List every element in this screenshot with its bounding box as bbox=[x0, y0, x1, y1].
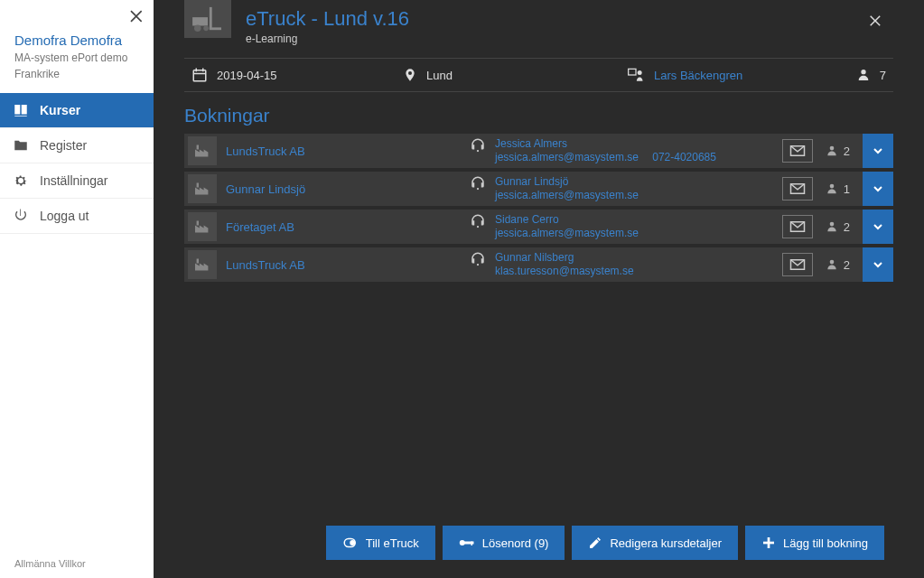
password-button[interactable]: Lösenord (9) bbox=[443, 526, 565, 560]
participant-count: 2 bbox=[826, 258, 850, 272]
send-mail-button[interactable] bbox=[782, 177, 813, 200]
count-value: 2 bbox=[844, 144, 850, 158]
close-sidebar-button[interactable] bbox=[128, 7, 146, 28]
contact-email[interactable]: jessica.almers@masystem.se bbox=[495, 151, 639, 163]
factory-icon bbox=[193, 219, 211, 234]
forklift-icon bbox=[191, 5, 225, 33]
bookings-list: LundsTruck AB Jessica Almers jessica.alm… bbox=[184, 134, 893, 282]
svg-point-4 bbox=[203, 26, 209, 32]
person-icon bbox=[826, 220, 838, 233]
booking-row: Företaget AB Sidane Cerro jessica.almers… bbox=[184, 210, 893, 244]
expand-row-button[interactable] bbox=[863, 210, 893, 244]
chevron-down-icon bbox=[871, 257, 885, 272]
instructor-name[interactable]: Lars Bäckengren bbox=[654, 69, 742, 82]
expand-row-button[interactable] bbox=[863, 247, 893, 282]
send-mail-button[interactable] bbox=[782, 139, 813, 163]
svg-point-17 bbox=[829, 184, 834, 189]
button-label: Redigera kursdetaljer bbox=[610, 536, 722, 550]
mail-icon bbox=[789, 182, 806, 195]
contact-name[interactable]: Jessica Almers bbox=[495, 137, 716, 151]
company-icon-box bbox=[188, 174, 217, 203]
mail-icon bbox=[789, 220, 806, 233]
company-icon-box bbox=[188, 250, 217, 279]
pencil-icon bbox=[588, 536, 602, 550]
close-icon bbox=[128, 7, 146, 25]
contact-email[interactable]: klas.turesson@masystem.se bbox=[495, 265, 634, 277]
svg-rect-1 bbox=[210, 7, 212, 29]
location-icon bbox=[403, 67, 417, 83]
headset-icon bbox=[470, 251, 486, 267]
factory-icon bbox=[193, 182, 211, 196]
edit-course-button[interactable]: Redigera kursdetaljer bbox=[572, 526, 738, 560]
svg-rect-30 bbox=[763, 542, 774, 545]
course-info-bar: 2019-04-15 Lund Lars Bäckengren 7 bbox=[184, 58, 893, 92]
mail-icon bbox=[789, 258, 806, 271]
chevron-down-icon bbox=[871, 219, 885, 234]
count-value: 7 bbox=[880, 69, 886, 82]
person-icon bbox=[856, 68, 871, 82]
mail-icon bbox=[789, 144, 806, 157]
company-name[interactable]: Gunnar Lindsjö bbox=[226, 182, 305, 196]
factory-icon bbox=[193, 257, 211, 272]
info-participant-count: 7 bbox=[856, 68, 890, 82]
contact-email[interactable]: jessica.almers@masystem.se bbox=[495, 189, 639, 201]
contact-name[interactable]: Sidane Cerro bbox=[495, 213, 649, 227]
info-instructor: Lars Bäckengren bbox=[627, 67, 849, 83]
company-name[interactable]: LundsTruck AB bbox=[226, 258, 305, 272]
contact-block: Jessica Almers jessica.almers@masystem.s… bbox=[470, 137, 782, 164]
contact-name[interactable]: Gunnar Lindsjö bbox=[495, 175, 649, 189]
nav-item-settings[interactable]: Inställningar bbox=[0, 163, 154, 199]
contact-phone: 072-4020685 bbox=[652, 151, 716, 163]
contact-block: Sidane Cerro jessica.almers@masystem.se bbox=[470, 213, 782, 240]
send-mail-button[interactable] bbox=[782, 215, 813, 238]
course-title-block: eTruck - Lund v.16 e-Learning bbox=[246, 0, 409, 45]
info-date: 2019-04-15 bbox=[188, 67, 396, 83]
count-value: 2 bbox=[844, 258, 850, 272]
nav-label: Kurser bbox=[40, 103, 80, 117]
nav-label: Register bbox=[40, 138, 87, 153]
course-logo bbox=[184, 0, 231, 38]
sidebar: Demofra Demofra MA-system ePort demo Fra… bbox=[0, 0, 154, 578]
chevron-down-icon bbox=[871, 144, 885, 158]
expand-row-button[interactable] bbox=[863, 134, 893, 168]
contact-name[interactable]: Gunnar Nilsberg bbox=[495, 251, 645, 265]
section-title-bookings: Bokningar bbox=[184, 105, 893, 126]
count-value: 1 bbox=[844, 182, 850, 196]
company-name[interactable]: LundsTruck AB bbox=[226, 144, 305, 158]
participant-count: 1 bbox=[826, 182, 850, 196]
nav-item-kurser[interactable]: Kurser bbox=[0, 93, 154, 128]
key-icon bbox=[459, 537, 475, 548]
sidebar-user-name: Demofra Demofra bbox=[14, 33, 139, 48]
contact-block: Gunnar Lindsjö jessica.almers@masystem.s… bbox=[470, 175, 782, 202]
nav-item-register[interactable]: Register bbox=[0, 128, 154, 163]
svg-rect-5 bbox=[193, 70, 206, 81]
svg-point-20 bbox=[829, 222, 834, 227]
booking-row: LundsTruck AB Gunnar Nilsberg klas.tures… bbox=[184, 247, 893, 282]
send-mail-button[interactable] bbox=[782, 253, 813, 276]
contact-email[interactable]: jessica.almers@masystem.se bbox=[495, 227, 639, 239]
calendar-icon bbox=[191, 67, 208, 83]
sidebar-org: MA-system ePort demo bbox=[14, 51, 139, 64]
to-etruck-button[interactable]: Till eTruck bbox=[326, 526, 435, 560]
svg-rect-28 bbox=[471, 542, 472, 546]
chevron-down-icon bbox=[871, 182, 885, 196]
sidebar-footer-link[interactable]: Allmänna Villkor bbox=[0, 549, 154, 578]
button-label: Lägg till bokning bbox=[783, 536, 868, 550]
book-icon bbox=[13, 102, 29, 118]
svg-rect-8 bbox=[193, 73, 206, 75]
booking-row: Gunnar Lindsjö Gunnar Lindsjö jessica.al… bbox=[184, 172, 893, 206]
nav-item-logout[interactable]: Logga ut bbox=[0, 199, 154, 234]
svg-rect-9 bbox=[629, 69, 636, 75]
company-block: Företaget AB bbox=[184, 212, 470, 241]
close-course-button[interactable] bbox=[868, 13, 884, 32]
svg-point-15 bbox=[477, 188, 479, 190]
company-icon-box bbox=[188, 212, 217, 241]
svg-rect-0 bbox=[192, 17, 208, 25]
company-name[interactable]: Företaget AB bbox=[226, 220, 294, 234]
count-value: 2 bbox=[844, 220, 850, 234]
svg-rect-7 bbox=[202, 69, 204, 72]
company-block: Gunnar Lindsjö bbox=[184, 174, 470, 203]
add-booking-button[interactable]: Lägg till bokning bbox=[745, 526, 884, 560]
expand-row-button[interactable] bbox=[863, 172, 893, 206]
svg-point-23 bbox=[829, 260, 834, 265]
